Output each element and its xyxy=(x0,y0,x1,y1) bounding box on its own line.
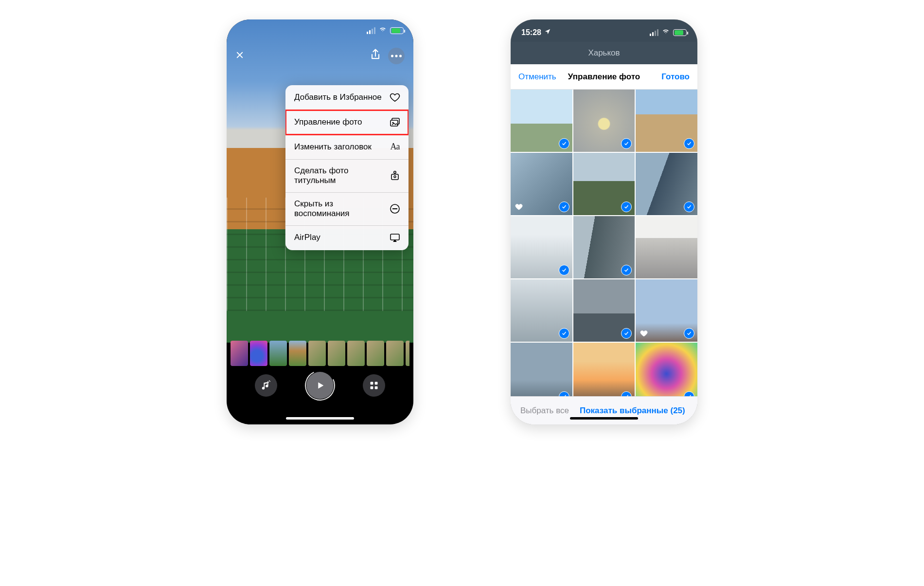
sheet-header: Отменить Управление фото Готово xyxy=(511,64,697,90)
status-bar: 15:28 xyxy=(511,19,697,42)
background-title-label: Харьков xyxy=(588,48,620,58)
svg-rect-13 xyxy=(371,386,373,389)
thumbnail[interactable] xyxy=(328,341,345,366)
selected-check-icon xyxy=(559,265,569,275)
menu-add-favorite[interactable]: Добавить в Избранное xyxy=(285,85,409,110)
photo-grid xyxy=(511,90,697,396)
favorite-heart-icon xyxy=(640,329,648,338)
status-time: 15:28 xyxy=(521,28,541,37)
svg-rect-7 xyxy=(391,174,398,180)
context-menu: Добавить в Избранное Управление фото Изм… xyxy=(285,85,409,250)
menu-edit-title[interactable]: Изменить заголовок Aa xyxy=(285,135,409,160)
cellular-icon xyxy=(366,27,375,34)
thumbnail[interactable] xyxy=(231,341,248,366)
top-toolbar xyxy=(227,44,413,68)
phone-manage-photos: 15:28 Харьков Отменить Управление фото Г… xyxy=(511,19,697,424)
battery-icon xyxy=(390,27,404,34)
svg-point-2 xyxy=(399,55,402,57)
selected-check-icon xyxy=(621,138,632,149)
selected-check-icon xyxy=(559,391,569,396)
thumbnail[interactable] xyxy=(269,341,287,366)
cellular-icon xyxy=(649,29,658,36)
svg-point-0 xyxy=(391,55,393,57)
photo-cell[interactable] xyxy=(636,153,697,215)
selected-check-icon xyxy=(621,328,632,339)
thumbnail[interactable] xyxy=(386,341,404,366)
background-nav-title: Харьков xyxy=(511,42,697,64)
manage-photos-sheet: Отменить Управление фото Готово Выбрать … xyxy=(511,64,697,424)
wifi-icon xyxy=(378,26,387,35)
photo-cell[interactable] xyxy=(636,279,697,342)
menu-label: Изменить заголовок xyxy=(294,142,372,152)
done-button[interactable]: Готово xyxy=(661,72,690,82)
photo-cell[interactable] xyxy=(636,90,697,152)
bottom-controls xyxy=(227,372,413,399)
play-button[interactable] xyxy=(306,372,334,399)
menu-make-cover[interactable]: Сделать фото титульным xyxy=(285,160,409,193)
photo-cell[interactable] xyxy=(511,343,572,396)
svg-rect-10 xyxy=(391,234,399,240)
selected-check-icon xyxy=(621,201,632,212)
photo-stack-icon xyxy=(389,116,401,128)
selected-check-icon xyxy=(621,265,632,275)
svg-point-8 xyxy=(394,176,396,178)
thumbnail[interactable] xyxy=(250,341,267,366)
selected-check-icon xyxy=(684,328,694,339)
selected-check-icon xyxy=(621,391,632,396)
menu-label: Скрыть из воспоминания xyxy=(294,199,389,219)
svg-rect-14 xyxy=(375,386,378,389)
selected-check-icon xyxy=(684,391,694,396)
selected-check-icon xyxy=(684,138,694,149)
favorite-heart-icon xyxy=(515,202,523,211)
menu-hide-from-memory[interactable]: Скрыть из воспоминания xyxy=(285,193,409,226)
selected-check-icon xyxy=(559,201,569,212)
svg-point-1 xyxy=(395,55,397,57)
thumbnail-strip[interactable] xyxy=(231,341,409,366)
show-selected-button[interactable]: Показать выбранные (25) xyxy=(580,406,685,416)
text-aa-icon: Aa xyxy=(389,141,401,153)
home-indicator[interactable] xyxy=(570,417,638,420)
select-all-button[interactable]: Выбрать все xyxy=(520,406,569,416)
thumbnail[interactable] xyxy=(347,341,365,366)
svg-rect-11 xyxy=(371,382,373,385)
photo-cell[interactable] xyxy=(573,90,635,152)
menu-label: Управление фото xyxy=(294,117,362,127)
photo-cell[interactable] xyxy=(573,279,635,342)
music-button[interactable] xyxy=(255,374,277,397)
thumbnail[interactable] xyxy=(308,341,326,366)
more-button[interactable] xyxy=(388,48,405,64)
grid-view-button[interactable] xyxy=(363,374,385,397)
selected-check-icon xyxy=(559,138,569,149)
photo-cell[interactable] xyxy=(511,153,572,215)
menu-airplay[interactable]: AirPlay xyxy=(285,226,409,250)
photo-cell[interactable] xyxy=(511,90,572,152)
menu-label: AirPlay xyxy=(294,233,320,242)
location-icon xyxy=(544,28,551,37)
home-indicator[interactable] xyxy=(286,417,354,420)
thumbnail[interactable] xyxy=(367,341,384,366)
photo-cell[interactable] xyxy=(573,216,635,278)
photo-cell[interactable] xyxy=(636,343,697,396)
menu-label: Сделать фото титульным xyxy=(294,166,389,186)
heart-icon xyxy=(389,92,401,103)
sheet-footer: Выбрать все Показать выбранные (25) xyxy=(511,396,697,424)
photo-cell[interactable] xyxy=(573,153,635,215)
selected-check-icon xyxy=(559,328,569,339)
thumbnail[interactable] xyxy=(406,341,409,366)
minus-circle-icon xyxy=(389,203,401,215)
wifi-icon xyxy=(661,28,670,37)
cancel-button[interactable]: Отменить xyxy=(518,72,556,82)
photo-cell[interactable] xyxy=(511,216,572,278)
svg-rect-12 xyxy=(375,382,378,385)
photo-cell[interactable] xyxy=(511,279,572,342)
photo-cell[interactable] xyxy=(573,343,635,396)
svg-point-6 xyxy=(394,171,396,173)
share-button[interactable] xyxy=(369,48,382,64)
photo-cell[interactable] xyxy=(636,216,697,278)
battery-icon xyxy=(673,29,687,36)
selected-check-icon xyxy=(684,201,694,212)
key-photo-icon xyxy=(389,170,401,182)
close-button[interactable] xyxy=(235,51,244,61)
thumbnail[interactable] xyxy=(289,341,306,366)
menu-manage-photos[interactable]: Управление фото xyxy=(285,110,409,135)
